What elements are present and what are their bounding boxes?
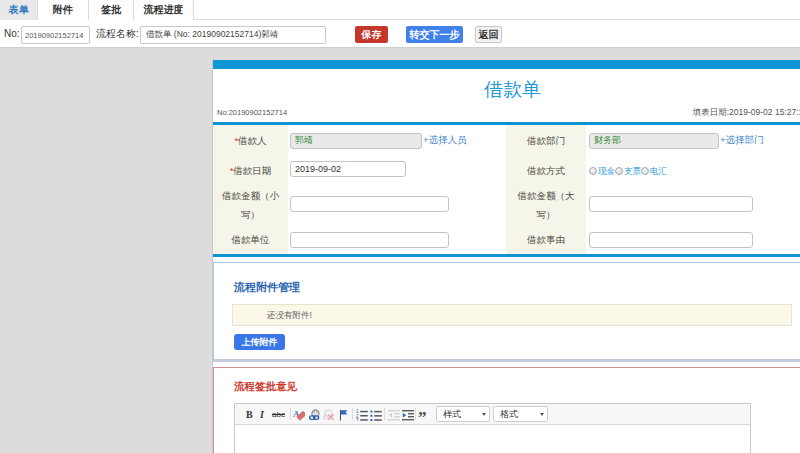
outdent-icon[interactable]: [388, 408, 400, 421]
payment-radio-group: 现金支票电汇: [589, 166, 667, 176]
format-dropdown-label: 格式: [500, 408, 518, 421]
amount-lower-label-cell: 借款金额（小写）: [213, 185, 288, 225]
remove-format-icon[interactable]: A: [293, 408, 305, 421]
borrower-label: 借款人: [238, 135, 267, 146]
strikethrough-icon[interactable]: abc: [272, 408, 285, 421]
radio-wire[interactable]: 电汇: [641, 166, 667, 176]
amount-upper-label-cell: 借款金额（大写）: [506, 185, 586, 225]
reason-label: 借款事由: [527, 234, 565, 245]
tab-form[interactable]: 表单: [0, 0, 38, 20]
ordered-list-icon[interactable]: 123: [356, 408, 368, 421]
department-label-cell: 借款部门: [506, 125, 586, 155]
indent-icon[interactable]: [402, 408, 414, 421]
loan-date-input[interactable]: [290, 161, 406, 177]
tab-progress[interactable]: 流程进度: [134, 0, 194, 20]
payment-value-cell: 现金支票电汇: [586, 155, 800, 185]
toolbar: No: 流程名称: 保存 转交下一步 返回: [0, 20, 800, 48]
date-label: 借款日期: [233, 165, 271, 176]
reason-value-cell: [586, 225, 800, 254]
radio-cash[interactable]: 现金: [589, 166, 615, 176]
department-label: 借款部门: [527, 135, 565, 146]
toolbar-separator: [415, 408, 416, 420]
unit-label: 借款单位: [232, 234, 270, 245]
radio-cash-circle[interactable]: [589, 167, 597, 175]
tab-approval[interactable]: 签批: [89, 0, 134, 20]
forward-next-step-button[interactable]: 转交下一步: [406, 26, 463, 43]
attachment-empty-box: 还没有附件!: [232, 304, 792, 326]
back-button[interactable]: 返回: [475, 26, 502, 43]
upload-attachment-button[interactable]: 上传附件: [234, 334, 285, 350]
borrower-value-cell: +选择人员: [288, 125, 506, 155]
payment-label-cell: 借款方式: [506, 155, 586, 185]
link-icon[interactable]: [309, 408, 321, 421]
editor-toolbar: B I abc A: [235, 404, 750, 425]
svg-text:3: 3: [356, 418, 359, 421]
signing-panel: 流程签批意见 B I abc A: [213, 367, 800, 453]
toolbar-separator: [352, 408, 353, 420]
payment-label: 借款方式: [527, 165, 565, 176]
date-label-cell: *借款日期: [213, 155, 288, 185]
radio-wire-circle[interactable]: [641, 167, 649, 175]
loan-form-table: *借款人 +选择人员 借款部门 +选择部门 *借款日期 借款方式 现金支票电汇: [213, 125, 800, 254]
format-dropdown[interactable]: 格式: [493, 406, 548, 422]
amount-lower-value-cell: [288, 185, 506, 225]
toolbar-separator: [384, 408, 385, 420]
anchor-flag-icon[interactable]: [338, 408, 349, 421]
chevron-down-icon: [482, 413, 486, 416]
document-date: 填表日期:2019-09-02 15:27:15: [693, 103, 800, 122]
unit-input[interactable]: [290, 232, 449, 248]
borrower-label-cell: *借款人: [213, 125, 288, 155]
reason-label-cell: 借款事由: [506, 225, 586, 254]
page-background: 借款单 No:20190902152714 填表日期:2019-09-02 15…: [0, 48, 800, 453]
no-label: No:: [4, 20, 20, 48]
loan-form-border: *借款人 +选择人员 借款部门 +选择部门 *借款日期 借款方式 现金支票电汇: [213, 122, 800, 257]
radio-cheque[interactable]: 支票: [615, 166, 641, 176]
save-button[interactable]: 保存: [355, 26, 388, 43]
chevron-down-icon: [540, 413, 544, 416]
bold-icon[interactable]: B: [246, 408, 253, 421]
amount-lower-label: 借款金额（小写）: [222, 190, 279, 220]
reason-input[interactable]: [589, 232, 753, 248]
borrower-input[interactable]: [290, 133, 422, 149]
pick-person-link[interactable]: +选择人员: [423, 134, 467, 145]
editor-content-area[interactable]: [235, 425, 750, 453]
unlink-icon[interactable]: [323, 408, 335, 421]
no-input[interactable]: [21, 26, 90, 44]
department-input[interactable]: [589, 133, 719, 149]
document-no: No:20190902152714: [217, 103, 287, 122]
rich-text-editor: B I abc A: [234, 403, 751, 453]
pick-department-link[interactable]: +选择部门: [720, 134, 764, 145]
date-value-cell: [288, 155, 506, 185]
italic-icon[interactable]: I: [260, 408, 264, 421]
amount-lower-input[interactable]: [290, 196, 449, 212]
document-title: 借款单: [213, 77, 800, 103]
unit-label-cell: 借款单位: [213, 225, 288, 254]
blockquote-icon[interactable]: ”: [418, 408, 427, 421]
attachment-panel: 流程附件管理 还没有附件! 上传附件: [213, 262, 800, 362]
styles-dropdown[interactable]: 样式: [436, 406, 490, 422]
radio-cheque-circle[interactable]: [615, 167, 623, 175]
radio-cash-label: 现金: [598, 166, 615, 176]
amount-upper-value-cell: [586, 185, 800, 225]
amount-upper-input[interactable]: [589, 196, 753, 212]
unordered-list-icon[interactable]: [370, 408, 382, 421]
toolbar-separator: [290, 408, 291, 420]
radio-wire-label: 电汇: [650, 166, 667, 176]
flow-name-input[interactable]: [140, 26, 326, 44]
form-panel: 借款单 No:20190902152714 填表日期:2019-09-02 15…: [212, 60, 800, 453]
panel-top-bar: [213, 60, 800, 69]
tab-strip: 表单 附件 签批 流程进度: [0, 0, 800, 20]
unit-value-cell: [288, 225, 506, 254]
styles-dropdown-label: 样式: [443, 408, 461, 421]
attachment-heading: 流程附件管理: [234, 280, 792, 295]
amount-upper-label: 借款金额（大写）: [518, 190, 575, 220]
document-meta-row: No:20190902152714 填表日期:2019-09-02 15:27:…: [213, 103, 800, 122]
radio-cheque-label: 支票: [624, 166, 641, 176]
signing-heading: 流程签批意见: [234, 380, 800, 394]
department-value-cell: +选择部门: [586, 125, 800, 155]
flow-name-label: 流程名称:: [96, 20, 139, 48]
tab-attachment[interactable]: 附件: [38, 0, 89, 20]
